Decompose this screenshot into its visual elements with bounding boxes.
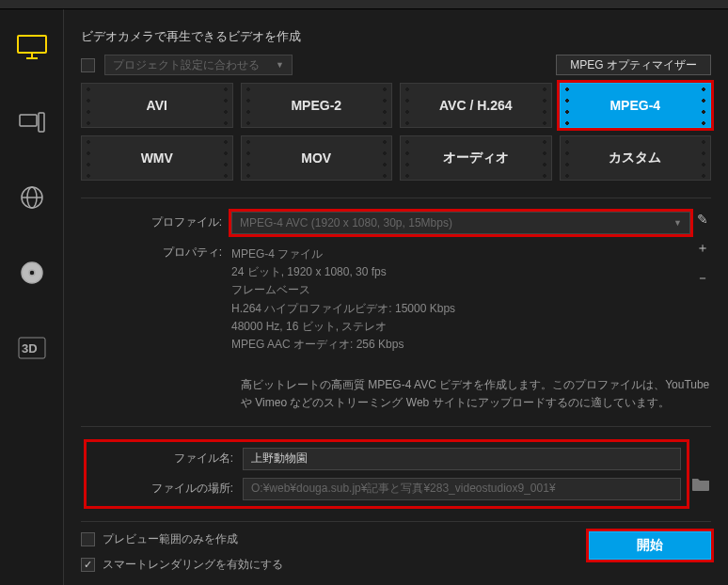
format-mpeg4[interactable]: MPEG-4 — [560, 83, 712, 128]
filelocation-input[interactable] — [243, 478, 681, 500]
project-match-checkbox[interactable] — [81, 58, 95, 72]
sidebar-device[interactable] — [9, 103, 55, 141]
svg-rect-4 — [39, 113, 44, 132]
sidebar-web[interactable] — [9, 179, 55, 216]
property-label: プロパティ: — [81, 242, 231, 261]
format-wmv[interactable]: WMV — [81, 135, 233, 181]
format-grid: AVI MPEG-2 AVC / H.264 MPEG-4 WMV MOV オー… — [81, 83, 711, 181]
folder-icon[interactable] — [690, 476, 711, 495]
chevron-down-icon: ▼ — [276, 60, 284, 70]
profile-selected-value: MPEG-4 AVC (1920 x 1080, 30p, 15Mbps) — [240, 216, 452, 229]
titlebar — [0, 0, 728, 9]
svg-rect-3 — [20, 115, 37, 126]
main-panel: ビデオカメラで再生できるビデオを作成 プロジェクト設定に合わせる ▼ MPEG … — [64, 9, 728, 585]
edit-icon[interactable]: ✎ — [697, 212, 708, 227]
smart-render-checkbox[interactable]: ✓ — [81, 558, 95, 572]
filelocation-label: ファイルの場所: — [92, 478, 243, 497]
filename-input[interactable] — [243, 448, 681, 470]
format-mpeg2[interactable]: MPEG-2 — [241, 83, 393, 128]
format-audio[interactable]: オーディオ — [400, 135, 552, 181]
project-match-label: プロジェクト設定に合わせる — [113, 57, 260, 73]
svg-text:3D: 3D — [22, 341, 38, 356]
project-match-select[interactable]: プロジェクト設定に合わせる ▼ — [104, 55, 293, 75]
file-block: ファイル名: ファイルの場所: — [81, 426, 711, 521]
format-mov[interactable]: MOV — [241, 135, 393, 181]
profile-description: 高ビットレートの高画質 MPEG-4 AVC ビデオを作成します。このプロファイ… — [81, 376, 711, 412]
chevron-down-icon: ▼ — [673, 218, 682, 228]
page-heading: ビデオカメラで再生できるビデオを作成 — [81, 28, 711, 45]
minus-icon[interactable]: － — [696, 270, 709, 287]
sidebar: 3D — [0, 9, 64, 585]
svg-point-9 — [29, 270, 35, 276]
filename-label: ファイル名: — [92, 448, 243, 466]
preview-only-checkbox[interactable] — [81, 532, 95, 546]
profile-label: プロファイル: — [81, 212, 231, 230]
format-custom[interactable]: カスタム — [560, 135, 712, 181]
format-avi[interactable]: AVI — [81, 83, 233, 128]
plus-icon[interactable]: ＋ — [696, 240, 709, 257]
profile-select[interactable]: MPEG-4 AVC (1920 x 1080, 30p, 15Mbps) ▼ — [231, 212, 690, 234]
format-avc[interactable]: AVC / H.264 — [400, 83, 552, 128]
profile-side-icons: ✎ ＋ － — [694, 212, 711, 287]
property-values: MPEG-4 ファイル 24 ビット, 1920 x 1080, 30 fps … — [231, 242, 690, 357]
preview-only-label: プレビュー範囲のみを作成 — [103, 531, 238, 547]
sidebar-computer[interactable] — [9, 28, 55, 66]
sidebar-disc[interactable] — [9, 254, 55, 292]
start-button[interactable]: 開始 — [589, 531, 711, 560]
svg-rect-0 — [18, 36, 46, 53]
smart-render-label: スマートレンダリングを有効にする — [103, 557, 283, 573]
mpeg-optimizer-button[interactable]: MPEG オプティマイザー — [556, 55, 711, 75]
smart-render-row[interactable]: ✓ スマートレンダリングを有効にする — [81, 557, 283, 573]
preview-only-row[interactable]: プレビュー範囲のみを作成 — [81, 531, 283, 547]
sidebar-3d[interactable]: 3D — [9, 329, 55, 367]
